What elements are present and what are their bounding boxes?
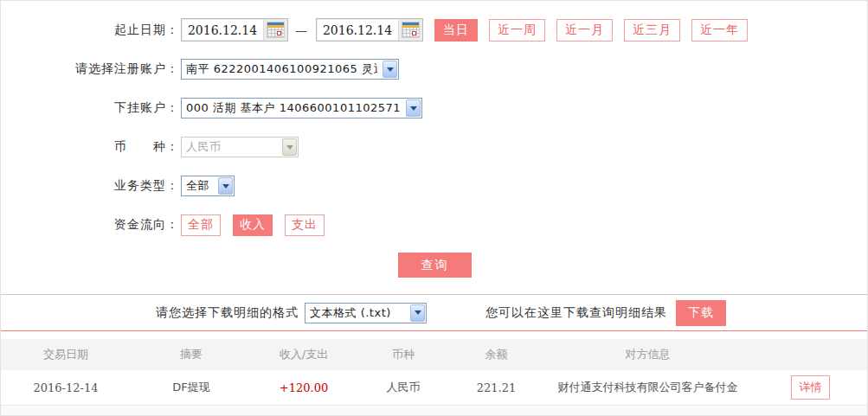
start-date-value[interactable]: 2016.12.14 <box>182 19 263 41</box>
currency-select: 人民币 <box>181 137 299 157</box>
register-account-row: 请选择注册账户： 南平 6222001406100921065 灵通卡 <box>1 58 867 80</box>
download-bar: 请您选择下载明细的格式 文本格式 (.txt) 您可以在这里下载查询明细结果 下… <box>1 295 867 331</box>
chevron-down-icon <box>282 138 297 156</box>
detail-button[interactable]: 详情 <box>791 375 830 400</box>
cell-balance: 221.21 <box>451 381 542 394</box>
register-account-select[interactable]: 南平 6222001406100921065 灵通卡 <box>181 59 399 80</box>
cell-amount: +120.00 <box>252 381 356 394</box>
fund-flow-row: 资金流向： 全部 收入 支出 <box>1 214 867 236</box>
sub-account-select[interactable]: 000 活期 基本户 1406600101102571848 <box>181 98 422 118</box>
cell-currency: 人民币 <box>356 380 451 395</box>
quick-range-year-button[interactable]: 近一年 <box>691 19 748 42</box>
chevron-down-icon[interactable] <box>410 304 425 322</box>
query-button-row: 查询 <box>398 253 867 278</box>
chevron-down-icon[interactable] <box>406 99 421 117</box>
transaction-query-page: 起止日期： 2016.12.14 — 2016.12.14 当日 <box>0 0 868 416</box>
quick-range-month-button[interactable]: 近一月 <box>556 19 613 42</box>
header-summary: 摘要 <box>131 347 252 362</box>
start-date-calendar-button[interactable] <box>263 19 287 41</box>
results-table: 交易日期 摘要 收入/支出 币种 余额 对方信息 2016-12-14 DF提现… <box>1 339 867 406</box>
query-button[interactable]: 查询 <box>398 253 472 278</box>
header-in-out: 收入/支出 <box>252 347 356 362</box>
date-range-row: 起止日期： 2016.12.14 — 2016.12.14 当日 <box>1 18 867 42</box>
download-format-select[interactable]: 文本格式 (.txt) <box>305 303 427 323</box>
header-date: 交易日期 <box>1 347 131 362</box>
quick-range-3months-button[interactable]: 近三月 <box>624 19 680 42</box>
download-format-label: 请您选择下载明细的格式 <box>156 305 299 321</box>
currency-label: 币 种： <box>1 139 179 155</box>
sub-account-value: 000 活期 基本户 1406600101102571848 <box>186 100 401 116</box>
chevron-down-icon[interactable] <box>383 61 397 78</box>
quick-range-today-button[interactable]: 当日 <box>434 19 478 42</box>
end-date-input[interactable]: 2016.12.14 <box>316 18 423 42</box>
business-type-value: 全部 <box>186 178 213 194</box>
cell-actions: 详情 <box>754 375 867 400</box>
date-range-label: 起止日期： <box>1 22 179 38</box>
download-format-value: 文本格式 (.txt) <box>310 305 405 321</box>
sub-account-row: 下挂账户： 000 活期 基本户 1406600101102571848 <box>1 97 867 119</box>
sub-account-label: 下挂账户： <box>1 100 179 116</box>
fund-flow-expense-button[interactable]: 支出 <box>285 214 325 236</box>
fund-flow-label: 资金流向： <box>1 217 179 233</box>
fund-flow-all-button[interactable]: 全部 <box>181 214 221 236</box>
cell-date: 2016-12-14 <box>1 381 131 394</box>
quick-range-week-button[interactable]: 近一周 <box>489 19 545 42</box>
cell-counterparty: 财付通支付科技有限公司客户备付金 <box>542 380 754 395</box>
fund-flow-income-button[interactable]: 收入 <box>233 214 273 236</box>
header-currency: 币种 <box>356 347 451 362</box>
register-account-value: 南平 6222001406100921065 灵通卡 <box>186 61 377 77</box>
business-type-select[interactable]: 全部 <box>181 176 235 196</box>
query-form: 起止日期： 2016.12.14 — 2016.12.14 当日 <box>1 1 867 295</box>
currency-value: 人民币 <box>186 139 277 155</box>
end-date-value[interactable]: 2016.12.14 <box>317 19 398 41</box>
date-separator: — <box>295 23 307 37</box>
end-date-calendar-button[interactable] <box>398 19 422 41</box>
download-hint: 您可以在这里下载查询明细结果 <box>485 305 667 321</box>
download-button[interactable]: 下载 <box>676 300 726 326</box>
table-row: 2016-12-14 DF提现 +120.00 人民币 221.21 财付通支付… <box>1 370 867 406</box>
chevron-down-icon[interactable] <box>218 177 233 195</box>
business-type-label: 业务类型： <box>1 178 179 194</box>
currency-row: 币 种： 人民币 <box>1 136 867 158</box>
header-counterparty: 对方信息 <box>542 347 754 362</box>
calendar-icon <box>267 22 285 38</box>
register-account-label: 请选择注册账户： <box>1 61 179 77</box>
cell-summary: DF提现 <box>131 380 252 395</box>
calendar-icon <box>402 22 420 38</box>
table-header-row: 交易日期 摘要 收入/支出 币种 余额 对方信息 <box>1 339 867 370</box>
header-balance: 余额 <box>451 347 542 362</box>
footer-spacer <box>1 406 867 415</box>
start-date-input[interactable]: 2016.12.14 <box>181 18 288 42</box>
business-type-row: 业务类型： 全部 <box>1 175 867 197</box>
